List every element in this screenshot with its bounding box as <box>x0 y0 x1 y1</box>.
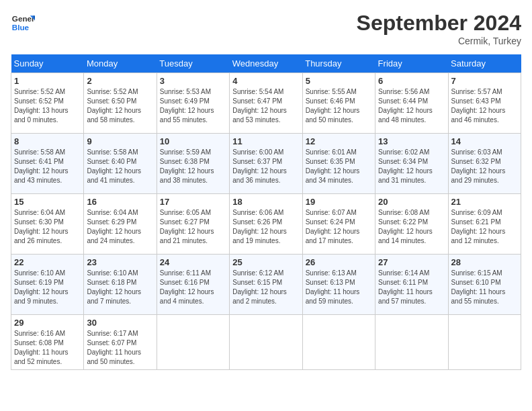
day-info: Sunrise: 5:52 AM Sunset: 6:52 PM Dayligh… <box>14 87 81 125</box>
calendar-cell <box>448 315 521 370</box>
calendar-cell: 8Sunrise: 5:58 AM Sunset: 6:41 PM Daylig… <box>11 134 84 194</box>
day-info: Sunrise: 5:55 AM Sunset: 6:46 PM Dayligh… <box>306 87 372 125</box>
calendar-week-row: 1Sunrise: 5:52 AM Sunset: 6:52 PM Daylig… <box>11 73 521 134</box>
day-info: Sunrise: 6:13 AM Sunset: 6:13 PM Dayligh… <box>306 269 372 306</box>
calendar-cell: 1Sunrise: 5:52 AM Sunset: 6:52 PM Daylig… <box>11 73 84 134</box>
day-number: 18 <box>232 197 299 207</box>
day-number: 17 <box>160 197 226 207</box>
day-info: Sunrise: 5:56 AM Sunset: 6:44 PM Dayligh… <box>378 87 445 125</box>
day-info: Sunrise: 6:10 AM Sunset: 6:18 PM Dayligh… <box>87 269 153 306</box>
day-info: Sunrise: 6:04 AM Sunset: 6:30 PM Dayligh… <box>14 208 81 246</box>
day-number: 26 <box>306 257 372 267</box>
day-number: 9 <box>87 136 153 146</box>
day-number: 30 <box>87 318 153 328</box>
day-info: Sunrise: 6:04 AM Sunset: 6:29 PM Dayligh… <box>87 208 153 246</box>
day-number: 19 <box>306 197 372 207</box>
day-number: 8 <box>14 136 81 146</box>
header-sunday: Sunday <box>11 54 84 73</box>
calendar-header-row: SundayMondayTuesdayWednesdayThursdayFrid… <box>11 54 521 73</box>
calendar-week-row: 22Sunrise: 6:10 AM Sunset: 6:19 PM Dayli… <box>11 255 521 315</box>
day-number: 23 <box>87 257 153 267</box>
day-number: 4 <box>232 76 299 86</box>
day-number: 10 <box>160 136 226 146</box>
day-number: 3 <box>160 76 226 86</box>
svg-text:General: General <box>12 14 35 23</box>
calendar-cell: 17Sunrise: 6:05 AM Sunset: 6:27 PM Dayli… <box>157 194 229 255</box>
calendar-cell: 9Sunrise: 5:58 AM Sunset: 6:40 PM Daylig… <box>84 134 157 194</box>
day-number: 11 <box>232 136 299 146</box>
calendar-cell <box>302 315 375 370</box>
calendar-cell: 5Sunrise: 5:55 AM Sunset: 6:46 PM Daylig… <box>302 73 375 134</box>
calendar-week-row: 15Sunrise: 6:04 AM Sunset: 6:30 PM Dayli… <box>11 194 521 255</box>
calendar-cell: 19Sunrise: 6:07 AM Sunset: 6:24 PM Dayli… <box>302 194 375 255</box>
header-thursday: Thursday <box>302 54 375 73</box>
day-number: 28 <box>451 257 518 267</box>
header-tuesday: Tuesday <box>157 54 229 73</box>
calendar-cell: 10Sunrise: 5:59 AM Sunset: 6:38 PM Dayli… <box>157 134 229 194</box>
calendar-cell: 24Sunrise: 6:11 AM Sunset: 6:16 PM Dayli… <box>157 255 229 315</box>
day-info: Sunrise: 5:58 AM Sunset: 6:41 PM Dayligh… <box>14 148 81 185</box>
calendar-cell: 22Sunrise: 6:10 AM Sunset: 6:19 PM Dayli… <box>11 255 84 315</box>
calendar-cell: 3Sunrise: 5:53 AM Sunset: 6:49 PM Daylig… <box>157 73 229 134</box>
calendar-cell: 18Sunrise: 6:06 AM Sunset: 6:26 PM Dayli… <box>230 194 302 255</box>
day-info: Sunrise: 6:10 AM Sunset: 6:19 PM Dayligh… <box>14 269 81 306</box>
day-info: Sunrise: 6:15 AM Sunset: 6:10 PM Dayligh… <box>451 269 518 306</box>
day-number: 16 <box>87 197 153 207</box>
day-number: 12 <box>306 136 372 146</box>
logo: General Blue <box>11 11 35 35</box>
calendar-week-row: 29Sunrise: 6:16 AM Sunset: 6:08 PM Dayli… <box>11 315 521 370</box>
calendar-cell: 21Sunrise: 6:09 AM Sunset: 6:21 PM Dayli… <box>448 194 521 255</box>
day-number: 29 <box>14 318 81 328</box>
day-number: 20 <box>378 197 445 207</box>
day-info: Sunrise: 5:59 AM Sunset: 6:38 PM Dayligh… <box>160 148 226 185</box>
calendar-cell: 15Sunrise: 6:04 AM Sunset: 6:30 PM Dayli… <box>11 194 84 255</box>
day-number: 22 <box>14 257 81 267</box>
calendar-cell: 12Sunrise: 6:01 AM Sunset: 6:35 PM Dayli… <box>302 134 375 194</box>
calendar-cell: 20Sunrise: 6:08 AM Sunset: 6:22 PM Dayli… <box>375 194 448 255</box>
calendar-cell: 28Sunrise: 6:15 AM Sunset: 6:10 PM Dayli… <box>448 255 521 315</box>
day-number: 15 <box>14 197 81 207</box>
day-info: Sunrise: 6:02 AM Sunset: 6:34 PM Dayligh… <box>378 148 445 185</box>
calendar-cell: 25Sunrise: 6:12 AM Sunset: 6:15 PM Dayli… <box>230 255 302 315</box>
day-number: 2 <box>87 76 153 86</box>
day-number: 5 <box>306 76 372 86</box>
day-info: Sunrise: 6:16 AM Sunset: 6:08 PM Dayligh… <box>14 329 81 367</box>
svg-text:Blue: Blue <box>12 23 30 32</box>
calendar-cell: 6Sunrise: 5:56 AM Sunset: 6:44 PM Daylig… <box>375 73 448 134</box>
day-info: Sunrise: 6:12 AM Sunset: 6:15 PM Dayligh… <box>232 269 299 306</box>
day-number: 14 <box>451 136 518 146</box>
day-info: Sunrise: 6:09 AM Sunset: 6:21 PM Dayligh… <box>451 208 518 246</box>
day-number: 13 <box>378 136 445 146</box>
day-info: Sunrise: 6:06 AM Sunset: 6:26 PM Dayligh… <box>232 208 299 246</box>
calendar-cell: 27Sunrise: 6:14 AM Sunset: 6:11 PM Dayli… <box>375 255 448 315</box>
day-number: 1 <box>14 76 81 86</box>
day-number: 25 <box>232 257 299 267</box>
calendar-table: SundayMondayTuesdayWednesdayThursdayFrid… <box>11 54 521 370</box>
day-info: Sunrise: 6:03 AM Sunset: 6:32 PM Dayligh… <box>451 148 518 185</box>
day-info: Sunrise: 5:53 AM Sunset: 6:49 PM Dayligh… <box>160 87 226 125</box>
calendar-cell: 2Sunrise: 5:52 AM Sunset: 6:50 PM Daylig… <box>84 73 157 134</box>
day-info: Sunrise: 6:07 AM Sunset: 6:24 PM Dayligh… <box>306 208 372 246</box>
month-title: September 2024 <box>357 11 521 36</box>
calendar-cell: 23Sunrise: 6:10 AM Sunset: 6:18 PM Dayli… <box>84 255 157 315</box>
calendar-cell: 26Sunrise: 6:13 AM Sunset: 6:13 PM Dayli… <box>302 255 375 315</box>
page-header: General Blue September 2024 Cermik, Turk… <box>11 11 521 46</box>
day-number: 7 <box>451 76 518 86</box>
day-info: Sunrise: 5:52 AM Sunset: 6:50 PM Dayligh… <box>87 87 153 125</box>
header-monday: Monday <box>84 54 157 73</box>
day-info: Sunrise: 5:58 AM Sunset: 6:40 PM Dayligh… <box>87 148 153 185</box>
day-info: Sunrise: 5:54 AM Sunset: 6:47 PM Dayligh… <box>232 87 299 125</box>
day-info: Sunrise: 5:57 AM Sunset: 6:43 PM Dayligh… <box>451 87 518 125</box>
day-info: Sunrise: 6:00 AM Sunset: 6:37 PM Dayligh… <box>232 148 299 185</box>
day-info: Sunrise: 6:14 AM Sunset: 6:11 PM Dayligh… <box>378 269 445 306</box>
day-number: 21 <box>451 197 518 207</box>
header-friday: Friday <box>375 54 448 73</box>
logo-icon: General Blue <box>11 11 35 35</box>
day-info: Sunrise: 6:11 AM Sunset: 6:16 PM Dayligh… <box>160 269 226 306</box>
day-number: 6 <box>378 76 445 86</box>
calendar-cell: 16Sunrise: 6:04 AM Sunset: 6:29 PM Dayli… <box>84 194 157 255</box>
calendar-cell: 11Sunrise: 6:00 AM Sunset: 6:37 PM Dayli… <box>230 134 302 194</box>
header-wednesday: Wednesday <box>230 54 302 73</box>
calendar-cell: 14Sunrise: 6:03 AM Sunset: 6:32 PM Dayli… <box>448 134 521 194</box>
calendar-cell: 29Sunrise: 6:16 AM Sunset: 6:08 PM Dayli… <box>11 315 84 370</box>
